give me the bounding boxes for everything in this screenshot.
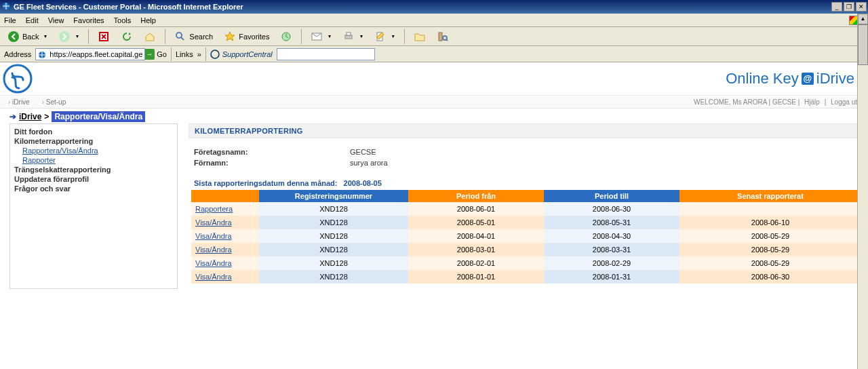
sidebar-item[interactable]: Rapporter [14,155,173,165]
sidebar: Ditt fordonKilometerrapporteringRapporte… [9,123,178,289]
sidebar-item[interactable]: Kilometerrapportering [14,136,173,146]
chevron-down-icon: ▼ [391,34,395,39]
cell-reg: XND128 [259,270,408,284]
back-label: Back [22,33,39,41]
cell-from: 2008-02-01 [408,256,544,270]
logout-link[interactable]: Logga ut [831,98,857,106]
refresh-icon [121,31,133,43]
favorites-label: Favorites [239,33,269,41]
col-to: Period till [544,190,679,202]
cell-last: 2008-05-29 [679,256,861,270]
search-button[interactable]: Search [171,29,216,44]
arrow-icon: ➔ [9,112,16,121]
scroll-thumb[interactable] [858,24,868,65]
star-icon [224,31,236,43]
page-icon [37,50,47,61]
stop-button[interactable] [94,29,113,44]
favorites-button[interactable]: Favorites [220,29,273,44]
print-button[interactable]: ▼ [339,29,367,44]
cell-reg: XND128 [259,202,408,216]
address-bar: Address ▼ → Go Links » SupportCentral [0,46,868,62]
row-action-link[interactable]: Visa/Ändra [195,232,232,240]
cell-to: 2008-01-31 [544,270,679,284]
go-button[interactable]: → Go [144,49,167,60]
research-icon [437,31,449,43]
ge-logo-icon [3,64,33,94]
table-row: Visa/ÄndraXND1282008-05-012008-05-312008… [191,216,861,229]
cell-from: 2008-06-01 [408,202,544,216]
minimize-button[interactable]: _ [831,2,842,12]
brand-idrive: iDrive [816,70,854,88]
edit-button[interactable]: ▼ [371,29,399,44]
svg-point-13 [211,50,219,58]
menu-view[interactable]: View [48,16,64,24]
scroll-up-icon[interactable]: ▲ [858,14,868,24]
row-action-link[interactable]: Visa/Ändra [195,246,232,254]
home-button[interactable] [140,29,159,44]
window-title: GE Fleet Services - Customer Portal - Mi… [14,3,243,11]
svg-point-4 [176,33,182,38]
cell-to: 2008-04-30 [544,229,679,243]
sidebar-link[interactable]: Rapporter [22,156,56,164]
row-action-link[interactable]: Visa/Ändra [195,259,232,267]
forward-button[interactable]: ▼ [55,29,83,44]
row-action-link[interactable]: Visa/Ändra [195,273,232,281]
links-menu[interactable]: Links » [176,50,201,58]
crumb-current: Rapportera/Visa/Ändra [52,111,145,122]
restore-button[interactable]: ❐ [844,2,854,12]
address-label: Address [4,50,31,58]
menu-file[interactable]: File [4,16,16,24]
brand-online-key: Online Key [726,70,799,88]
row-action-link[interactable]: Visa/Ändra [195,218,232,227]
menu-edit[interactable]: Edit [26,16,39,24]
toolbar: Back ▼ ▼ Search Favorites ▼ ▼ ▼ [0,27,868,46]
menu-help[interactable]: Help [140,16,156,24]
svg-rect-8 [347,33,351,35]
close-button[interactable]: ✕ [856,2,867,12]
go-icon: → [144,49,155,60]
mail-button[interactable]: ▼ [307,29,335,44]
cell-last [679,202,861,216]
company-label: Företagsnamn: [194,148,350,156]
menubar: FileEditViewFavoritesToolsHelp [0,14,868,27]
address-input[interactable] [35,48,145,60]
topnav-set-up[interactable]: Set-up [42,98,66,106]
sidebar-item[interactable]: Frågor och svar [14,184,173,193]
research-button[interactable] [433,29,452,44]
refresh-button[interactable] [117,29,136,44]
welcome-text: WELCOME, Ms ARORA [694,98,767,106]
row-action-link[interactable]: Rapportera [195,205,233,213]
go-label: Go [157,50,167,58]
main-panel: KILOMETERRAPPORTERING Företagsnamn: GECS… [189,123,859,289]
folder-button[interactable] [410,29,429,44]
crumb-root[interactable]: iDrive [19,112,41,121]
menu-tools[interactable]: Tools [114,16,132,24]
sidebar-item[interactable]: Uppdatera förarprofil [14,174,173,184]
cell-from: 2008-01-01 [408,270,544,284]
support-search-input[interactable] [277,48,375,60]
chevron-down-icon: ▼ [327,34,332,39]
sidebar-item[interactable]: Rapportera/Visa/Ändra [14,146,173,155]
stop-icon [98,31,110,43]
breadcrumb: ➔ iDrive > Rapportera/Visa/Ändra [0,109,868,123]
support-central-link[interactable]: SupportCentral [210,50,273,59]
help-link[interactable]: Hjälp [804,98,820,106]
history-button[interactable] [277,29,296,44]
cell-last: 2008-05-29 [679,229,861,243]
cell-to: 2008-06-30 [544,202,679,216]
chevron-down-icon: ▼ [359,34,363,39]
vertical-scrollbar[interactable]: ▲ [857,14,868,289]
last-report-label: Sista rapporteringsdatum denna månad: [194,179,337,187]
links-label: Links [176,50,193,58]
sidebar-item[interactable]: Ditt fordon [14,127,173,136]
sidebar-link[interactable]: Rapportera/Visa/Ändra [22,147,98,155]
topnav-idrive[interactable]: iDrive [8,98,30,106]
back-button[interactable]: Back ▼ [4,29,51,44]
menu-favorites[interactable]: Favorites [73,16,104,24]
chevron-down-icon: ▼ [43,34,47,39]
sidebar-item[interactable]: Trängselskatterapportering [14,165,173,174]
cell-from: 2008-05-01 [408,216,544,229]
table-row: Visa/ÄndraXND1282008-01-012008-01-312008… [191,270,861,284]
brand-at-icon: @ [802,73,814,85]
svg-rect-10 [439,33,442,41]
